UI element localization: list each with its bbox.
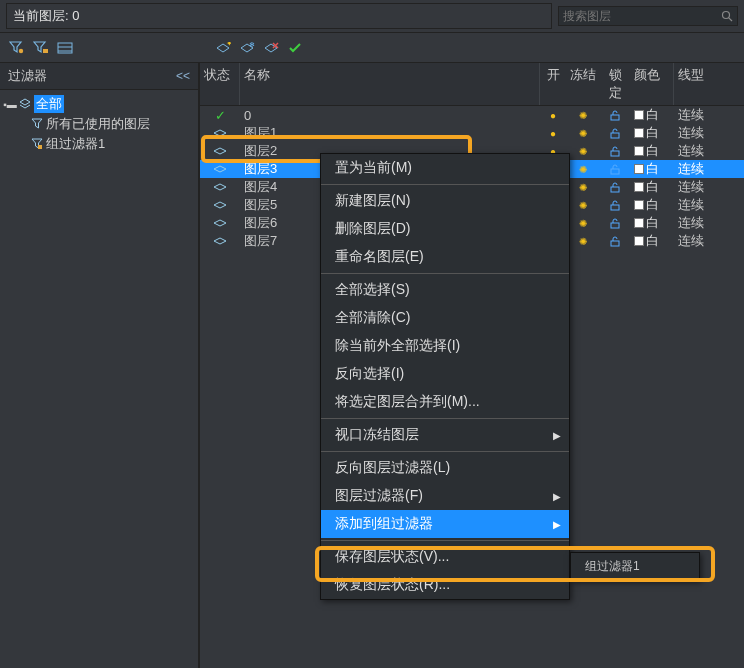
sun-icon: ✺ (579, 128, 587, 139)
expander-icon[interactable]: ▪▬ (4, 99, 16, 110)
col-header-name[interactable]: 名称 (240, 63, 540, 105)
cell-freeze[interactable]: ✺ (566, 146, 600, 157)
new-layer-frozen-icon[interactable]: ❄ (238, 40, 256, 56)
menu-item[interactable]: 重命名图层(E) (321, 243, 569, 271)
svg-text:✦: ✦ (226, 42, 231, 48)
layer-context-menu[interactable]: 置为当前(M)新建图层(N)删除图层(D)重命名图层(E)全部选择(S)全部清除… (320, 153, 570, 600)
cell-color[interactable]: 白 (630, 232, 674, 250)
menu-item[interactable]: 新建图层(N) (321, 187, 569, 215)
set-current-icon[interactable] (286, 40, 304, 56)
cell-linetype[interactable]: 连续 (674, 178, 744, 196)
svg-rect-11 (38, 145, 42, 149)
cell-name[interactable]: 图层1 (240, 124, 540, 142)
cell-linetype[interactable]: 连续 (674, 214, 744, 232)
col-header-linetype[interactable]: 线型 (674, 63, 744, 105)
menu-item[interactable]: 反向选择(I) (321, 360, 569, 388)
cell-lock[interactable] (600, 110, 630, 121)
new-group-filter-icon[interactable] (32, 40, 50, 56)
current-layer-label: 当前图层: 0 (13, 8, 79, 23)
color-name: 白 (646, 142, 659, 160)
menu-item[interactable]: 删除图层(D) (321, 215, 569, 243)
cell-linetype[interactable]: 连续 (674, 232, 744, 250)
color-swatch (634, 128, 644, 138)
cell-linetype[interactable]: 连续 (674, 142, 744, 160)
color-name: 白 (646, 214, 659, 232)
menu-item[interactable]: 视口冻结图层▶ (321, 421, 569, 449)
cell-on[interactable]: ● (540, 110, 566, 121)
cell-freeze[interactable]: ✺ (566, 218, 600, 229)
cell-color[interactable]: 白 (630, 214, 674, 232)
cell-lock[interactable] (600, 236, 630, 247)
menu-item[interactable]: 保存图层状态(V)... (321, 543, 569, 571)
tree-child-label[interactable]: 组过滤器1 (46, 135, 105, 153)
cell-status: ✓ (200, 108, 240, 123)
cell-color[interactable]: 白 (630, 178, 674, 196)
delete-layer-icon[interactable] (262, 40, 280, 56)
tree-child-row[interactable]: 所有已使用的图层 (2, 114, 196, 134)
col-header-lock[interactable]: 锁定 (600, 63, 630, 105)
layer-states-icon[interactable] (56, 40, 74, 56)
cell-linetype[interactable]: 连续 (674, 124, 744, 142)
menu-item[interactable]: 除当前外全部选择(I) (321, 332, 569, 360)
collapse-sidebar-button[interactable]: << (176, 69, 190, 83)
cell-lock[interactable] (600, 128, 630, 139)
cell-linetype[interactable]: 连续 (674, 106, 744, 124)
layer-row[interactable]: 图层1●✺白连续 (200, 124, 744, 142)
tree-root-label[interactable]: 全部 (34, 95, 64, 113)
cell-freeze[interactable]: ✺ (566, 200, 600, 211)
color-swatch (634, 164, 644, 174)
cell-lock[interactable] (600, 164, 630, 175)
new-layer-icon[interactable]: ✦ (214, 40, 232, 56)
menu-item[interactable]: 图层过滤器(F)▶ (321, 482, 569, 510)
cell-freeze[interactable]: ✺ (566, 110, 600, 121)
tree-child-label[interactable]: 所有已使用的图层 (46, 115, 150, 133)
layer-row[interactable]: ✓0●✺白连续 (200, 106, 744, 124)
cell-color[interactable]: 白 (630, 124, 674, 142)
menu-item[interactable]: 置为当前(M) (321, 154, 569, 182)
cell-freeze[interactable]: ✺ (566, 128, 600, 139)
search-icon[interactable] (721, 10, 733, 22)
cell-linetype[interactable]: 连续 (674, 160, 744, 178)
cell-freeze[interactable]: ✺ (566, 164, 600, 175)
cell-linetype[interactable]: 连续 (674, 196, 744, 214)
svg-rect-14 (611, 151, 619, 156)
cell-on[interactable]: ● (540, 128, 566, 139)
cell-name[interactable]: 0 (240, 108, 540, 123)
color-swatch (634, 236, 644, 246)
cell-lock[interactable] (600, 146, 630, 157)
search-input[interactable] (563, 9, 721, 23)
cell-color[interactable]: 白 (630, 160, 674, 178)
menu-item[interactable]: 恢复图层状态(R)... (321, 571, 569, 599)
menu-item[interactable]: 全部选择(S) (321, 276, 569, 304)
menu-item[interactable]: 全部清除(C) (321, 304, 569, 332)
cell-freeze[interactable]: ✺ (566, 236, 600, 247)
svg-text:❄: ❄ (249, 42, 255, 48)
col-header-status[interactable]: 状态 (200, 63, 240, 105)
col-header-on[interactable]: 开 (540, 63, 566, 105)
cell-color[interactable]: 白 (630, 196, 674, 214)
cell-status (200, 237, 240, 245)
svg-rect-19 (611, 241, 619, 246)
menu-item[interactable]: 添加到组过滤器▶ (321, 510, 569, 538)
cell-freeze[interactable]: ✺ (566, 182, 600, 193)
tree-root-row[interactable]: ▪▬ 全部 (2, 94, 196, 114)
tree-child-row[interactable]: 组过滤器1 (2, 134, 196, 154)
cell-lock[interactable] (600, 200, 630, 211)
svg-rect-15 (611, 169, 619, 174)
stack-icon (18, 98, 32, 110)
search-box[interactable] (558, 6, 738, 26)
col-header-color[interactable]: 颜色 (630, 63, 674, 105)
cell-color[interactable]: 白 (630, 106, 674, 124)
add-to-group-submenu[interactable]: 组过滤器1 (570, 552, 700, 581)
cell-lock[interactable] (600, 218, 630, 229)
layer-mark-icon (213, 183, 227, 191)
cell-color[interactable]: 白 (630, 142, 674, 160)
cell-lock[interactable] (600, 182, 630, 193)
menu-item[interactable]: 反向图层过滤器(L) (321, 454, 569, 482)
new-property-filter-icon[interactable] (8, 40, 26, 56)
submenu-item-group-filter-1[interactable]: 组过滤器1 (571, 553, 699, 580)
menu-separator (321, 451, 569, 452)
col-header-freeze[interactable]: 冻结 (566, 63, 600, 105)
sun-icon: ✺ (579, 236, 587, 247)
menu-item[interactable]: 将选定图层合并到(M)... (321, 388, 569, 416)
